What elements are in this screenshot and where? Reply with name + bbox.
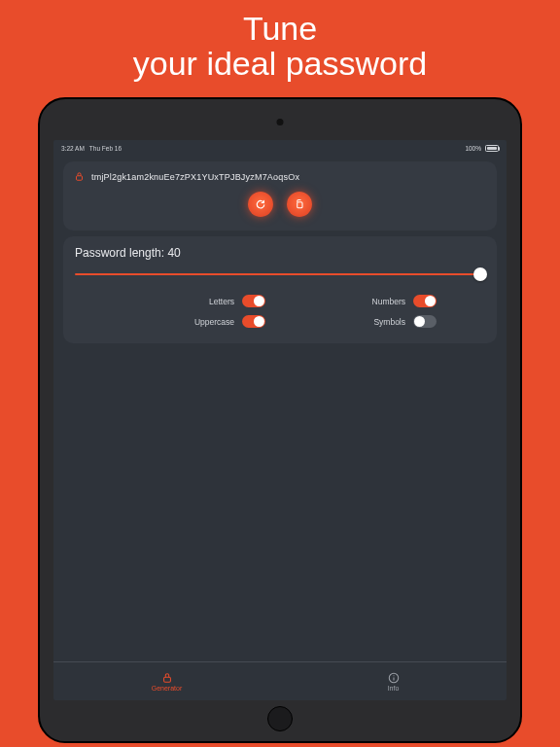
tab-info-label: Info xyxy=(388,685,400,692)
headline-line2: your ideal password xyxy=(0,47,560,82)
ipad-frame: 3:22 AM Thu Feb 16 100% xyxy=(38,97,522,743)
password-card: tmjPl2gk1am2knuEe7zPX1YUxTPJBJyzM7AoqsOx xyxy=(63,161,497,231)
length-label: Password length: 40 xyxy=(75,246,485,260)
status-bar: 3:22 AM Thu Feb 16 100% xyxy=(53,140,507,156)
switch-uppercase[interactable] xyxy=(242,315,265,328)
length-slider[interactable] xyxy=(75,267,485,281)
svg-rect-1 xyxy=(77,176,83,181)
toggle-symbols-label: Symbols xyxy=(373,317,405,327)
refresh-icon xyxy=(255,198,266,210)
status-date: Thu Feb 16 xyxy=(89,145,122,152)
switch-numbers[interactable] xyxy=(413,295,437,307)
settings-card: Password length: 40 Letters Numbers Uppe… xyxy=(63,236,497,343)
svg-rect-2 xyxy=(298,202,302,208)
regenerate-button[interactable] xyxy=(248,192,273,217)
toggle-uppercase: Uppercase xyxy=(123,315,265,328)
slider-thumb[interactable] xyxy=(473,267,487,281)
switch-letters[interactable] xyxy=(242,295,265,307)
home-button[interactable] xyxy=(267,706,293,731)
info-icon xyxy=(388,672,400,684)
status-time: 3:22 AM xyxy=(61,145,85,152)
toggle-numbers: Numbers xyxy=(295,295,437,307)
toggle-symbols: Symbols xyxy=(295,315,437,328)
toggle-uppercase-label: Uppercase xyxy=(194,317,234,327)
lock-icon xyxy=(161,672,173,684)
app-screen: 3:22 AM Thu Feb 16 100% xyxy=(53,140,507,700)
tab-bar: Generator Info xyxy=(53,661,507,700)
tab-info[interactable]: Info xyxy=(280,662,507,700)
headline-line1: Tune xyxy=(0,12,560,47)
battery-icon xyxy=(485,145,499,152)
generated-password: tmjPl2gk1am2knuEe7zPX1YUxTPJBJyzM7AoqsOx xyxy=(91,172,299,182)
status-battery-pct: 100% xyxy=(465,145,481,152)
tab-generator-label: Generator xyxy=(152,685,183,692)
marketing-headline: Tune your ideal password xyxy=(0,0,560,81)
copy-button[interactable] xyxy=(287,192,312,217)
device-camera xyxy=(277,119,284,125)
switch-symbols[interactable] xyxy=(413,315,437,328)
tab-generator[interactable]: Generator xyxy=(53,662,280,700)
copy-icon xyxy=(294,198,305,210)
toggle-numbers-label: Numbers xyxy=(372,297,405,306)
slider-track xyxy=(75,273,485,275)
svg-point-6 xyxy=(393,675,394,676)
lock-icon xyxy=(75,171,84,182)
toggle-letters-label: Letters xyxy=(209,297,234,306)
length-value: 40 xyxy=(167,246,180,260)
svg-rect-3 xyxy=(163,677,170,682)
toggle-letters: Letters xyxy=(123,295,265,307)
